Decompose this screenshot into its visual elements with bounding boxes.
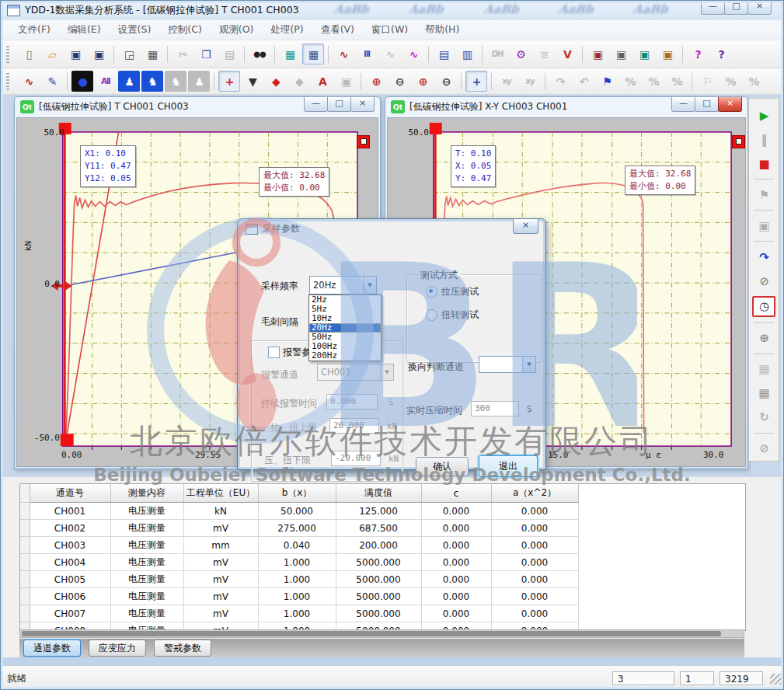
cell[interactable]: 125.000: [336, 503, 421, 520]
sphere-icon[interactable]: ●: [71, 71, 93, 92]
toolbar-grip[interactable]: [6, 73, 9, 90]
scale-all-icon[interactable]: All: [95, 71, 117, 92]
cell[interactable]: CH006: [30, 588, 110, 605]
cell[interactable]: 0.000: [421, 571, 491, 588]
dialog-close-button[interactable]: ×: [513, 219, 538, 234]
cell[interactable]: mV: [183, 588, 258, 605]
operator-icon[interactable]: ♟: [118, 71, 140, 92]
save-icon[interactable]: ▣: [64, 44, 86, 64]
cell[interactable]: 687.500: [336, 520, 421, 537]
cell[interactable]: 0.000: [421, 588, 491, 605]
column-header[interactable]: 通道号: [30, 484, 110, 503]
menu-item-window[interactable]: 窗口(W): [363, 21, 416, 39]
menu-item-view[interactable]: 查看(V): [312, 21, 363, 39]
row-header[interactable]: [20, 537, 30, 554]
data-table-icon[interactable]: ▦: [279, 44, 301, 64]
horizontal-scrollbar[interactable]: [19, 629, 744, 638]
exit-button[interactable]: 退出: [479, 455, 538, 477]
minimize-button[interactable]: —: [671, 97, 695, 112]
open-folder-icon[interactable]: ▱: [41, 44, 63, 64]
column-header[interactable]: 满度值: [336, 484, 421, 503]
pan-icon[interactable]: +: [465, 71, 487, 92]
balance-icon[interactable]: ↷: [753, 247, 775, 267]
row-header[interactable]: [20, 571, 30, 588]
cell[interactable]: 电压测量: [110, 588, 183, 605]
zoom-in-y-icon[interactable]: ⊕: [412, 71, 434, 92]
xy-chart-icon[interactable]: ∿: [402, 44, 424, 64]
cell[interactable]: CH007: [30, 605, 110, 622]
cell[interactable]: 1.000: [258, 605, 336, 622]
close-button[interactable]: ×: [718, 97, 742, 112]
crosshair-circle-icon[interactable]: ⊕: [753, 329, 775, 348]
cell[interactable]: CH001: [30, 503, 110, 520]
help-icon[interactable]: ?: [687, 44, 709, 64]
minimize-button[interactable]: —: [304, 97, 328, 112]
cell[interactable]: 电压测量: [110, 537, 183, 554]
start-sampling-icon[interactable]: ▶: [753, 106, 775, 125]
crosshair-cursor-icon[interactable]: +: [218, 71, 240, 92]
cell[interactable]: 1.000: [258, 554, 336, 571]
new-file-icon[interactable]: ▯: [18, 44, 40, 64]
column-header[interactable]: a（x^2）: [491, 484, 578, 503]
tab-通道参数[interactable]: 通道参数: [23, 639, 81, 657]
tab-应变应力[interactable]: 应变应力: [89, 639, 146, 657]
cell[interactable]: 0.000: [421, 605, 491, 622]
cell[interactable]: mm: [183, 537, 258, 554]
cell[interactable]: 电压测量: [110, 520, 183, 537]
chart-axes-icon[interactable]: ∿: [18, 71, 40, 92]
cell[interactable]: mV: [183, 605, 258, 622]
help-book-icon[interactable]: ?: [710, 44, 732, 64]
cell[interactable]: 电压测量: [110, 605, 183, 622]
toolbar-grip[interactable]: [6, 46, 9, 63]
sampling-rate-combo[interactable]: 20Hz ▼: [309, 276, 377, 294]
timer-icon[interactable]: ◷: [752, 296, 775, 317]
row-header[interactable]: [20, 554, 30, 571]
auto-scale-icon[interactable]: A: [312, 71, 333, 92]
cell[interactable]: 0.000: [421, 503, 491, 520]
alarm-params-checkbox[interactable]: [268, 347, 280, 358]
column-header[interactable]: 测量内容: [110, 484, 183, 503]
tab-警戒参数[interactable]: 警戒参数: [154, 639, 211, 657]
resize-grip[interactable]: [770, 674, 781, 685]
cell[interactable]: 5000.000: [336, 571, 421, 588]
cell[interactable]: 50.000: [258, 503, 336, 520]
run-person-icon[interactable]: ♞: [141, 71, 163, 92]
axis-lock-button[interactable]: [732, 135, 745, 148]
torsion-test-radio[interactable]: [426, 309, 437, 321]
menu-item-settings[interactable]: 设置(S): [110, 21, 160, 39]
close-button[interactable]: ×: [747, 0, 772, 15]
column-header[interactable]: c: [421, 484, 491, 503]
row-header[interactable]: [20, 503, 30, 520]
cell[interactable]: 电压测量: [110, 554, 183, 571]
cursor-top-handle[interactable]: [430, 123, 442, 134]
cell[interactable]: kN: [183, 503, 258, 520]
cell[interactable]: 0.000: [491, 520, 578, 537]
wrench-icon[interactable]: ⚙: [510, 44, 531, 64]
column-header[interactable]: 工程单位（EU）: [183, 484, 258, 503]
menu-item-process[interactable]: 处理(P): [262, 21, 312, 39]
tension-test-radio[interactable]: [426, 286, 437, 298]
column-header[interactable]: b（x）: [258, 484, 336, 503]
cell[interactable]: 0.040: [258, 537, 336, 554]
find-icon[interactable]: ●●: [249, 44, 270, 64]
cell[interactable]: 5000.000: [336, 605, 421, 622]
maximize-button[interactable]: □: [327, 97, 351, 112]
cell[interactable]: 0.000: [421, 554, 491, 571]
cell[interactable]: 0.000: [491, 537, 578, 554]
maximize-button[interactable]: □: [695, 97, 719, 112]
cursor-bottom-handle[interactable]: [61, 434, 74, 446]
cell[interactable]: mV: [183, 571, 258, 588]
cell[interactable]: 0.000: [491, 588, 578, 605]
axis-lock-button[interactable]: [357, 135, 370, 148]
scrollbar-thumb[interactable]: [22, 631, 721, 636]
bar-chart-icon[interactable]: III: [356, 44, 378, 64]
menu-item-help[interactable]: 帮助(H): [416, 21, 468, 39]
maximize-button[interactable]: □: [724, 0, 748, 15]
curve-chart-icon[interactable]: ∿: [333, 44, 354, 64]
cell[interactable]: 5000.000: [336, 588, 421, 605]
save-as-icon[interactable]: ▣: [88, 44, 110, 64]
row-header[interactable]: [20, 588, 30, 605]
cell[interactable]: 0.000: [491, 554, 578, 571]
minimize-button[interactable]: —: [701, 0, 725, 15]
chevron-down-icon[interactable]: ▼: [522, 357, 535, 372]
